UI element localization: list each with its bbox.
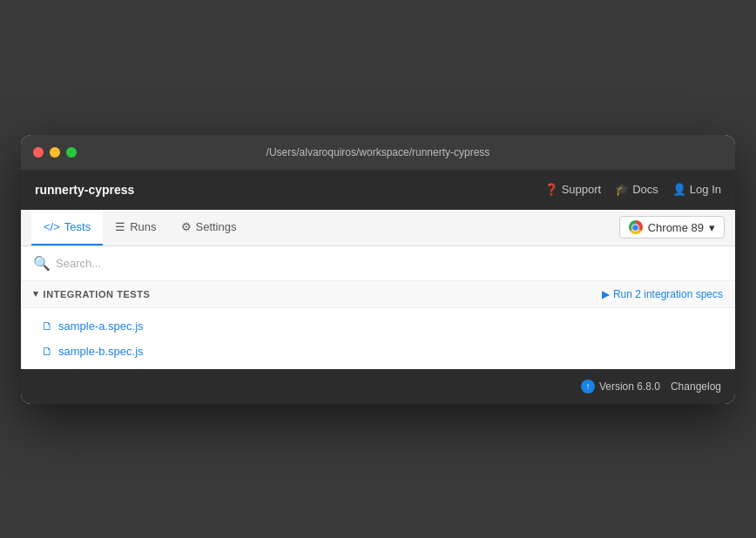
close-button[interactable] (33, 147, 44, 158)
login-label: Log In (690, 183, 721, 196)
version-icon: ↑ (581, 380, 595, 393)
brand-name: runnerty-cypress (35, 183, 134, 197)
section-title: ▾ INTEGRATION TESTS (33, 288, 150, 299)
browser-label: Chrome 89 (648, 221, 704, 234)
tests-icon: </> (44, 220, 60, 233)
minimize-button[interactable] (50, 147, 60, 158)
gear-icon: ⚙ (181, 220, 192, 233)
support-link[interactable]: ❓ Support (544, 183, 602, 196)
chevron-down-icon: ▾ (33, 288, 39, 299)
docs-icon: 🎓 (615, 183, 629, 196)
app-window: /Users/alvaroquiros/workspace/runnerty-c… (21, 135, 735, 404)
version-label: Version 6.8.0 (599, 380, 660, 393)
file-icon: 🗋 (42, 319, 53, 333)
version-info: ↑ Version 6.8.0 (581, 380, 660, 393)
list-item[interactable]: 🗋 sample-b.spec.js (21, 339, 735, 364)
support-icon: ❓ (544, 183, 558, 196)
search-input-wrap: 🔍 (33, 255, 723, 272)
play-icon: ▶ (602, 288, 610, 300)
docs-label: Docs (632, 183, 658, 196)
file-name: sample-b.spec.js (58, 345, 144, 358)
tab-tests[interactable]: </> Tests (31, 210, 103, 245)
window-title: /Users/alvaroquiros/workspace/runnerty-c… (267, 146, 490, 158)
support-label: Support (562, 183, 602, 196)
changelog-button[interactable]: Changelog (671, 380, 721, 393)
docs-link[interactable]: 🎓 Docs (615, 183, 658, 196)
chevron-down-icon: ▾ (709, 221, 715, 234)
footer: ↑ Version 6.8.0 Changelog (21, 369, 735, 404)
section-title-text: INTEGRATION TESTS (44, 289, 151, 299)
login-link[interactable]: 👤 Log In (672, 183, 721, 196)
window-controls (33, 147, 77, 158)
maximize-button[interactable] (66, 147, 77, 158)
search-icon: 🔍 (33, 255, 51, 272)
tabs-list: </> Tests ☰ Runs ⚙ Settings (31, 210, 248, 245)
runs-icon: ☰ (115, 220, 125, 233)
chrome-icon (629, 220, 643, 234)
tab-settings[interactable]: ⚙ Settings (169, 210, 249, 245)
file-icon: 🗋 (42, 345, 53, 358)
file-name: sample-a.spec.js (58, 319, 144, 333)
main-content: 🔍 ▾ INTEGRATION TESTS ▶ Run 2 integratio… (21, 246, 735, 369)
tabs-bar: </> Tests ☰ Runs ⚙ Settings Chrome 89 ▾ (21, 210, 735, 246)
run-label: Run 2 integration specs (613, 288, 723, 300)
integration-section-header: ▾ INTEGRATION TESTS ▶ Run 2 integration … (21, 281, 735, 308)
list-item[interactable]: 🗋 sample-a.spec.js (21, 313, 735, 339)
file-list: 🗋 sample-a.spec.js 🗋 sample-b.spec.js (21, 308, 735, 369)
run-integration-specs-button[interactable]: ▶ Run 2 integration specs (602, 288, 723, 300)
tab-runs[interactable]: ☰ Runs (103, 210, 168, 245)
settings-tab-label: Settings (196, 220, 237, 233)
titlebar: /Users/alvaroquiros/workspace/runnerty-c… (21, 135, 735, 170)
search-bar: 🔍 (21, 246, 735, 281)
app-header: runnerty-cypress ❓ Support 🎓 Docs 👤 Log … (21, 170, 735, 210)
search-input[interactable] (56, 257, 723, 270)
header-actions: ❓ Support 🎓 Docs 👤 Log In (544, 183, 721, 196)
user-icon: 👤 (672, 183, 686, 196)
browser-selector[interactable]: Chrome 89 ▾ (619, 216, 725, 239)
runs-tab-label: Runs (130, 220, 156, 233)
tests-tab-label: Tests (64, 220, 91, 233)
